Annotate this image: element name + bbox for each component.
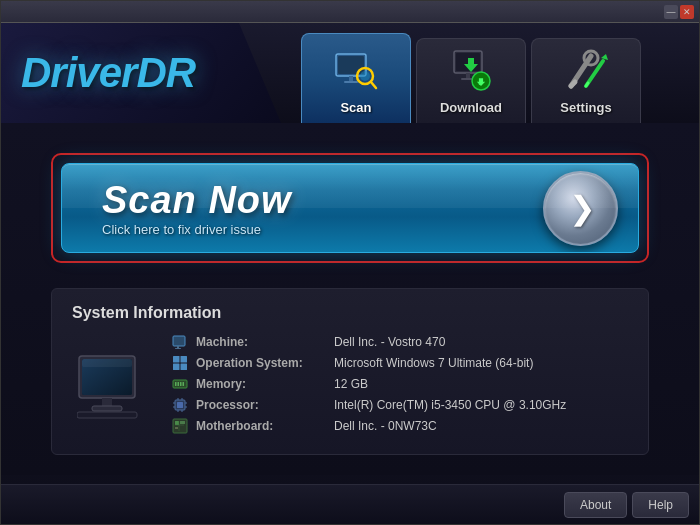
- svg-rect-38: [180, 382, 182, 386]
- logo-area: DriverDR: [1, 23, 281, 123]
- scan-now-subtitle: Click here to fix driver issue: [102, 222, 292, 237]
- svg-rect-41: [177, 402, 183, 408]
- svg-text:↓: ↓: [477, 76, 482, 87]
- info-row-motherboard: Motherboard: Dell Inc. - 0NW73C: [172, 418, 628, 434]
- svg-rect-31: [173, 356, 180, 363]
- os-value: Microsoft Windows 7 Ultimate (64-bit): [334, 356, 533, 370]
- svg-rect-29: [177, 346, 179, 348]
- system-info-section: System Information: [51, 288, 649, 455]
- scan-now-button[interactable]: Scan Now Click here to fix driver issue …: [61, 163, 639, 253]
- help-button[interactable]: Help: [632, 492, 689, 518]
- machine-icon: [172, 334, 188, 350]
- svg-rect-28: [173, 336, 185, 346]
- info-row-os: Operation System: Microsoft Windows 7 Ul…: [172, 355, 628, 371]
- svg-rect-39: [183, 382, 185, 386]
- motherboard-value: Dell Inc. - 0NW73C: [334, 419, 437, 433]
- svg-rect-51: [175, 421, 179, 425]
- svg-line-20: [586, 83, 588, 86]
- svg-rect-33: [173, 364, 180, 371]
- svg-rect-24: [82, 359, 132, 367]
- arrow-icon: ❯: [569, 189, 596, 227]
- memory-value: 12 GB: [334, 377, 368, 391]
- scan-now-title: Scan Now: [102, 179, 292, 222]
- main-window: — ✕ DriverDR: [0, 0, 700, 525]
- svg-rect-37: [178, 382, 180, 386]
- svg-point-5: [360, 71, 370, 81]
- svg-rect-10: [466, 73, 470, 78]
- scan-tab-icon: [331, 46, 381, 96]
- memory-label: Memory:: [196, 377, 326, 391]
- about-button[interactable]: About: [564, 492, 627, 518]
- svg-rect-25: [102, 398, 112, 406]
- main-content: Scan Now Click here to fix driver issue …: [1, 123, 699, 475]
- svg-rect-26: [92, 406, 122, 411]
- svg-marker-19: [601, 54, 608, 60]
- tab-download[interactable]: ↓ Download: [416, 38, 526, 123]
- info-row-memory: Memory: 12 GB: [172, 376, 628, 392]
- titlebar: — ✕: [1, 1, 699, 23]
- svg-rect-34: [181, 364, 188, 371]
- processor-label: Processor:: [196, 398, 326, 412]
- tab-download-label: Download: [440, 100, 502, 115]
- tab-scan-label: Scan: [340, 100, 371, 115]
- motherboard-icon: [172, 418, 188, 434]
- download-tab-icon: ↓: [446, 46, 496, 96]
- nav-tabs: Scan: [281, 23, 699, 123]
- header: DriverDR: [1, 23, 699, 123]
- svg-rect-32: [181, 356, 188, 363]
- close-button[interactable]: ✕: [680, 5, 694, 19]
- settings-tab-icon: [561, 46, 611, 96]
- svg-rect-27: [77, 412, 137, 418]
- app-logo: DriverDR: [21, 49, 195, 97]
- os-icon: [172, 355, 188, 371]
- settings-icon: [561, 46, 611, 96]
- computer-icon-area: [72, 334, 152, 439]
- system-info-title: System Information: [72, 304, 628, 322]
- scan-arrow-button[interactable]: ❯: [543, 171, 618, 246]
- memory-icon: [172, 376, 188, 392]
- scan-icon: [331, 46, 381, 96]
- svg-rect-30: [175, 348, 181, 349]
- scan-button-container: Scan Now Click here to fix driver issue …: [51, 153, 649, 263]
- os-label: Operation System:: [196, 356, 326, 370]
- tab-settings[interactable]: Settings: [531, 38, 641, 123]
- scan-btn-text: Scan Now Click here to fix driver issue: [102, 179, 292, 237]
- motherboard-label: Motherboard:: [196, 419, 326, 433]
- computer-monitor-icon: [77, 354, 147, 419]
- tab-scan[interactable]: Scan: [301, 33, 411, 123]
- svg-line-17: [571, 82, 575, 86]
- tab-settings-label: Settings: [560, 100, 611, 115]
- system-info-body: Machine: Dell Inc. - Vostro 470: [72, 334, 628, 439]
- svg-rect-52: [175, 427, 178, 429]
- svg-rect-2: [349, 76, 353, 81]
- info-row-machine: Machine: Dell Inc. - Vostro 470: [172, 334, 628, 350]
- minimize-button[interactable]: —: [664, 5, 678, 19]
- processor-icon: [172, 397, 188, 413]
- svg-rect-3: [344, 81, 358, 83]
- svg-rect-36: [175, 382, 177, 386]
- machine-value: Dell Inc. - Vostro 470: [334, 335, 445, 349]
- info-row-processor: Processor: Intel(R) Core(TM) i5-3450 CPU…: [172, 397, 628, 413]
- svg-line-6: [371, 82, 376, 88]
- svg-rect-53: [180, 421, 185, 424]
- footer: About Help: [1, 484, 699, 524]
- machine-label: Machine:: [196, 335, 326, 349]
- processor-value: Intel(R) Core(TM) i5-3450 CPU @ 3.10GHz: [334, 398, 566, 412]
- info-table: Machine: Dell Inc. - Vostro 470: [172, 334, 628, 439]
- download-icon: ↓: [446, 46, 496, 96]
